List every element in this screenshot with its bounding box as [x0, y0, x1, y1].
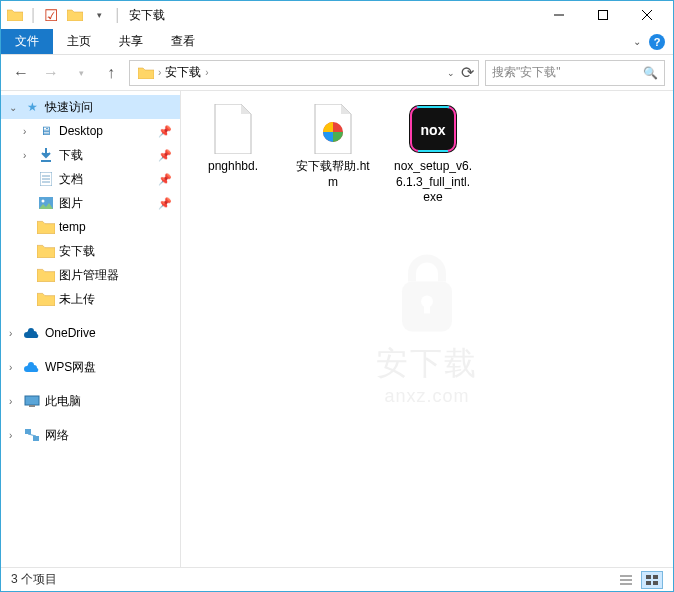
svg-rect-1 — [599, 11, 608, 20]
file-icon — [207, 103, 259, 155]
sidebar-wps[interactable]: › WPS网盘 — [1, 355, 180, 379]
folder-icon — [37, 242, 55, 260]
folder-icon — [37, 290, 55, 308]
address-bar[interactable]: › 安下载 › ⌄ ⟳ — [129, 60, 479, 86]
svg-rect-13 — [25, 429, 31, 434]
breadcrumb-item[interactable]: 安下载 — [161, 64, 205, 81]
wps-icon — [23, 358, 41, 376]
expand-icon[interactable]: › — [9, 430, 21, 441]
content-area: ⌄ ★ 快速访问 › 🖥 Desktop 📌 › 下载 📌 文档 📌 图片 📌 — [1, 91, 673, 567]
help-icon[interactable]: ? — [649, 34, 665, 50]
item-count: 3 个项目 — [11, 571, 57, 588]
tab-home[interactable]: 主页 — [53, 29, 105, 54]
sidebar-item-image-manager[interactable]: 图片管理器 — [1, 263, 180, 287]
svg-rect-29 — [646, 581, 651, 585]
file-name: pnghhbd. — [208, 159, 258, 175]
navigation-pane: ⌄ ★ 快速访问 › 🖥 Desktop 📌 › 下载 📌 文档 📌 图片 📌 — [1, 91, 181, 567]
svg-rect-27 — [646, 575, 651, 579]
search-placeholder: 搜索"安下载" — [492, 64, 561, 81]
sidebar-onedrive[interactable]: › OneDrive — [1, 321, 180, 345]
network-icon — [23, 426, 41, 444]
dropdown-icon[interactable]: ▾ — [89, 5, 109, 25]
expand-icon[interactable]: › — [23, 126, 35, 137]
nox-exe-icon: nox — [407, 103, 459, 155]
sidebar-item-downloads[interactable]: › 下载 📌 — [1, 143, 180, 167]
svg-rect-12 — [29, 405, 35, 407]
search-icon: 🔍 — [643, 66, 658, 80]
svg-rect-14 — [33, 436, 39, 441]
star-icon: ★ — [23, 98, 41, 116]
search-input[interactable]: 搜索"安下载" 🔍 — [485, 60, 665, 86]
downloads-icon — [37, 146, 55, 164]
expand-icon[interactable]: › — [9, 396, 21, 407]
refresh-icon[interactable]: ⟳ — [461, 63, 474, 82]
pin-icon: 📌 — [158, 149, 172, 162]
svg-rect-18 — [424, 302, 430, 314]
navigation-bar: ← → ▾ ↑ › 安下载 › ⌄ ⟳ 搜索"安下载" 🔍 — [1, 55, 673, 91]
folder-icon — [37, 266, 55, 284]
expand-icon[interactable]: › — [9, 328, 21, 339]
folder-icon[interactable] — [65, 5, 85, 25]
sidebar-item-not-uploaded[interactable]: 未上传 — [1, 287, 180, 311]
icons-view-button[interactable] — [641, 571, 663, 589]
expand-icon[interactable]: › — [9, 362, 21, 373]
address-dropdown-icon[interactable]: ⌄ — [447, 68, 455, 78]
svg-point-10 — [42, 200, 45, 203]
sidebar-network[interactable]: › 网络 — [1, 423, 180, 447]
sidebar-this-pc[interactable]: › 此电脑 — [1, 389, 180, 413]
computer-icon — [23, 392, 41, 410]
history-dropdown[interactable]: ▾ — [69, 61, 93, 85]
onedrive-icon — [23, 324, 41, 342]
expand-ribbon-icon[interactable]: ⌄ — [633, 36, 641, 47]
details-view-button[interactable] — [615, 571, 637, 589]
htm-file-icon — [307, 103, 359, 155]
svg-rect-28 — [653, 575, 658, 579]
pin-icon: 📌 — [158, 173, 172, 186]
tab-file[interactable]: 文件 — [1, 29, 53, 54]
chevron-right-icon[interactable]: › — [205, 67, 208, 78]
svg-rect-11 — [25, 396, 39, 405]
pin-icon: 📌 — [158, 197, 172, 210]
sidebar-item-pictures[interactable]: 图片 📌 — [1, 191, 180, 215]
watermark: 安下载 anxz.com — [376, 252, 478, 407]
sidebar-item-temp[interactable]: temp — [1, 215, 180, 239]
checkbox-icon[interactable]: ☑ — [41, 5, 61, 25]
folder-icon — [134, 67, 158, 79]
sidebar-quick-access[interactable]: ⌄ ★ 快速访问 — [1, 95, 180, 119]
file-name: nox_setup_v6.6.1.3_full_intl.exe — [393, 159, 473, 206]
file-item[interactable]: nox nox_setup_v6.6.1.3_full_intl.exe — [393, 103, 473, 206]
forward-button[interactable]: → — [39, 61, 63, 85]
sidebar-item-documents[interactable]: 文档 📌 — [1, 167, 180, 191]
separator: | — [115, 6, 119, 24]
separator: | — [31, 6, 35, 24]
expand-icon[interactable]: › — [23, 150, 35, 161]
expand-icon[interactable]: ⌄ — [9, 102, 21, 113]
ribbon-tabs: 文件 主页 共享 查看 ⌄ ? — [1, 29, 673, 55]
window-title: 安下载 — [129, 7, 165, 24]
folder-icon[interactable] — [5, 5, 25, 25]
svg-line-15 — [28, 434, 36, 436]
svg-rect-16 — [402, 282, 452, 332]
window-controls — [537, 1, 669, 29]
close-button[interactable] — [625, 1, 669, 29]
quick-access-toolbar: | ☑ ▾ | — [5, 5, 121, 25]
status-bar: 3 个项目 — [1, 567, 673, 591]
file-list[interactable]: 安下载 anxz.com pnghhbd. 安下载帮助.htm nox — [181, 91, 673, 567]
maximize-button[interactable] — [581, 1, 625, 29]
sidebar-item-anxz[interactable]: 安下载 — [1, 239, 180, 263]
svg-point-17 — [421, 296, 433, 308]
pin-icon: 📌 — [158, 125, 172, 138]
file-name: 安下载帮助.htm — [293, 159, 373, 190]
titlebar: | ☑ ▾ | 安下载 — [1, 1, 673, 29]
file-item[interactable]: pnghhbd. — [193, 103, 273, 175]
tab-view[interactable]: 查看 — [157, 29, 209, 54]
back-button[interactable]: ← — [9, 61, 33, 85]
sidebar-item-desktop[interactable]: › 🖥 Desktop 📌 — [1, 119, 180, 143]
svg-text:nox: nox — [421, 122, 446, 138]
desktop-icon: 🖥 — [37, 122, 55, 140]
file-item[interactable]: 安下载帮助.htm — [293, 103, 373, 190]
minimize-button[interactable] — [537, 1, 581, 29]
tab-share[interactable]: 共享 — [105, 29, 157, 54]
documents-icon — [37, 170, 55, 188]
up-button[interactable]: ↑ — [99, 61, 123, 85]
